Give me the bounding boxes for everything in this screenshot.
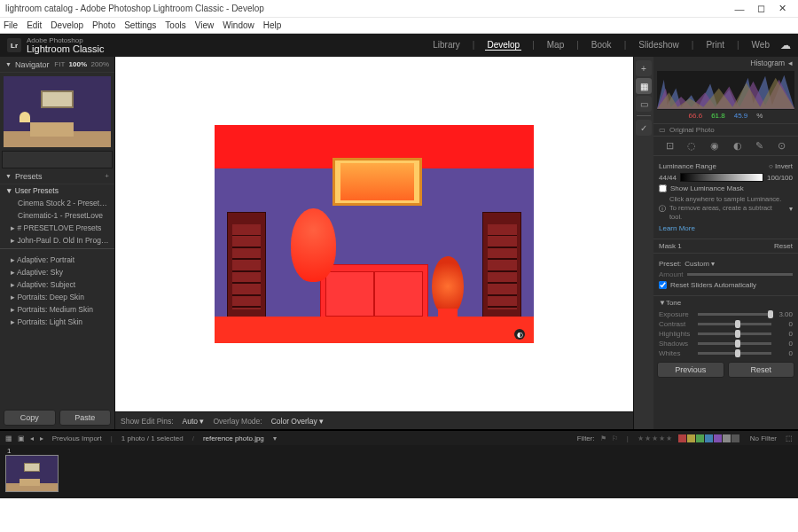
- tone-header[interactable]: ▼ Tone: [653, 296, 798, 309]
- color-swatch[interactable]: [714, 434, 722, 442]
- color-swatch[interactable]: [732, 434, 739, 442]
- histo-pct: %: [756, 112, 763, 120]
- nav-zoom[interactable]: 200%: [91, 60, 109, 68]
- module-web[interactable]: Web: [750, 40, 771, 51]
- whites-slider[interactable]: [698, 352, 771, 355]
- module-develop[interactable]: Develop: [485, 40, 521, 51]
- compare-icon[interactable]: ▣: [18, 434, 25, 442]
- add-preset-icon[interactable]: +: [105, 172, 109, 180]
- reset-button[interactable]: Reset: [728, 362, 795, 378]
- grid-view-icon[interactable]: ▦: [5, 434, 12, 442]
- original-photo-toggle[interactable]: ▭ Original Photo: [653, 123, 798, 137]
- learn-more-link[interactable]: Learn More: [659, 224, 695, 232]
- photo-preview[interactable]: ◐: [215, 125, 534, 343]
- mask-name[interactable]: Mask 1: [659, 242, 682, 250]
- shadows-slider-row: Shadows0: [653, 339, 798, 348]
- source-label[interactable]: Previous Import: [52, 434, 102, 442]
- preset-group[interactable]: ▸ John-Paul D. Old In Progress: [0, 234, 114, 246]
- nav-fwd-icon[interactable]: ▸: [40, 434, 43, 442]
- preset-group[interactable]: ▸ Adaptive: Portrait: [0, 254, 114, 266]
- histogram-header[interactable]: Histogram ◂: [653, 57, 798, 69]
- flag-pick-icon[interactable]: ⚑: [600, 434, 606, 442]
- add-mask-icon[interactable]: +: [636, 60, 652, 76]
- cloud-sync-icon[interactable]: ☁: [780, 39, 791, 51]
- radial-tool-icon[interactable]: ⊙: [778, 140, 786, 152]
- module-print[interactable]: Print: [704, 40, 726, 51]
- crop-tool-icon[interactable]: ⊡: [666, 140, 674, 152]
- previous-button[interactable]: Previous: [657, 362, 724, 378]
- redeye-tool-icon[interactable]: ◉: [710, 140, 719, 152]
- color-swatch[interactable]: [723, 434, 731, 442]
- paste-button[interactable]: Paste: [59, 410, 112, 426]
- filter-lock-icon[interactable]: ⬚: [786, 434, 793, 442]
- preset-group[interactable]: ▸ Adaptive: Sky: [0, 266, 114, 278]
- overlay-mode-dropdown[interactable]: Color Overlay ▾: [271, 417, 324, 426]
- module-slideshow[interactable]: Slideshow: [637, 40, 681, 51]
- preset-group[interactable]: ▸ Portraits: Medium Skin: [0, 303, 114, 316]
- heal-tool-icon[interactable]: ◌: [687, 140, 696, 152]
- nav-fill[interactable]: 100%: [69, 60, 87, 68]
- menu-tools[interactable]: Tools: [165, 20, 185, 30]
- dropdown-icon[interactable]: ▾: [273, 434, 277, 442]
- mask-thumbnail-icon[interactable]: ▦: [636, 78, 652, 94]
- preset-item[interactable]: Cinema Stock 2 - PresetLove: [0, 197, 114, 209]
- module-library[interactable]: Library: [431, 40, 462, 51]
- color-swatch[interactable]: [678, 434, 686, 442]
- collapsed-panel[interactable]: [2, 151, 113, 168]
- mask-reset-link[interactable]: Reset: [774, 242, 793, 250]
- color-swatch[interactable]: [687, 434, 695, 442]
- flag-reject-icon[interactable]: ⚐: [612, 434, 618, 442]
- mask-group-icon[interactable]: ▭: [636, 96, 652, 112]
- show-edit-pins-dropdown[interactable]: Auto ▾: [183, 417, 205, 426]
- brush-tool-icon[interactable]: ✎: [755, 140, 763, 152]
- color-swatch[interactable]: [705, 434, 713, 442]
- triangle-down-icon[interactable]: ▾: [789, 205, 793, 213]
- reset-sliders-checkbox[interactable]: [659, 281, 667, 289]
- navigator-thumbnail[interactable]: [4, 76, 111, 147]
- check-icon[interactable]: ✓: [636, 120, 652, 136]
- rating-filter[interactable]: ★★★★★: [638, 434, 673, 442]
- copy-button[interactable]: Copy: [4, 410, 56, 426]
- invert-label[interactable]: Invert: [775, 162, 793, 170]
- module-book[interactable]: Book: [590, 40, 614, 51]
- menu-window[interactable]: Window: [223, 20, 254, 30]
- lum-hint: Click anywhere to sample Luminance. To r…: [669, 195, 786, 222]
- menu-settings[interactable]: Settings: [124, 20, 156, 30]
- preset-group[interactable]: ▸ # PRESETLOVE Presets: [0, 222, 114, 234]
- amount-slider[interactable]: [687, 273, 793, 276]
- close-button[interactable]: ✕: [771, 3, 793, 14]
- menu-photo[interactable]: Photo: [92, 20, 115, 30]
- filmstrip-thumbnail[interactable]: 1: [5, 447, 60, 492]
- menu-view[interactable]: View: [195, 20, 215, 30]
- preset-group[interactable]: ▸ Portraits: Light Skin: [0, 316, 114, 328]
- preset-item[interactable]: Cinematic-1 - PresetLove: [0, 209, 114, 222]
- luminance-gradient-slider[interactable]: [680, 173, 763, 182]
- shadows-slider[interactable]: [698, 342, 771, 345]
- module-map[interactable]: Map: [545, 40, 566, 51]
- menu-edit[interactable]: Edit: [27, 20, 42, 30]
- navigator-panel-header[interactable]: ▼ Navigator FIT 100% 200%: [0, 57, 114, 73]
- histogram[interactable]: [657, 71, 794, 110]
- highlights-slider[interactable]: [698, 332, 771, 335]
- preset-group[interactable]: ▸ Adaptive: Subject: [0, 278, 114, 291]
- maximize-button[interactable]: ◻: [750, 3, 771, 14]
- mask-tool-icon[interactable]: ◐: [733, 140, 742, 152]
- canvas[interactable]: ◐: [115, 57, 633, 411]
- no-filter-dropdown[interactable]: No Filter: [750, 434, 777, 442]
- mask-pin-icon[interactable]: ◐: [514, 329, 525, 340]
- color-swatch[interactable]: [696, 434, 704, 442]
- contrast-slider[interactable]: [698, 323, 771, 325]
- show-lum-mask-checkbox[interactable]: [659, 184, 667, 192]
- nav-fit[interactable]: FIT: [54, 60, 65, 68]
- exposure-slider[interactable]: [698, 313, 771, 316]
- lum-range-label: Luminance Range: [659, 162, 716, 170]
- menu-develop[interactable]: Develop: [51, 20, 83, 30]
- preset-dropdown[interactable]: Custom ▾: [685, 260, 715, 268]
- nav-back-icon[interactable]: ◂: [30, 434, 34, 442]
- preset-group[interactable]: ▸ Portraits: Deep Skin: [0, 291, 114, 303]
- menu-file[interactable]: File: [4, 20, 18, 30]
- preset-group[interactable]: ▼ User Presets: [0, 184, 114, 197]
- presets-panel-header[interactable]: ▼ Presets +: [0, 168, 114, 184]
- minimize-button[interactable]: —: [729, 4, 750, 14]
- menu-help[interactable]: Help: [263, 20, 282, 30]
